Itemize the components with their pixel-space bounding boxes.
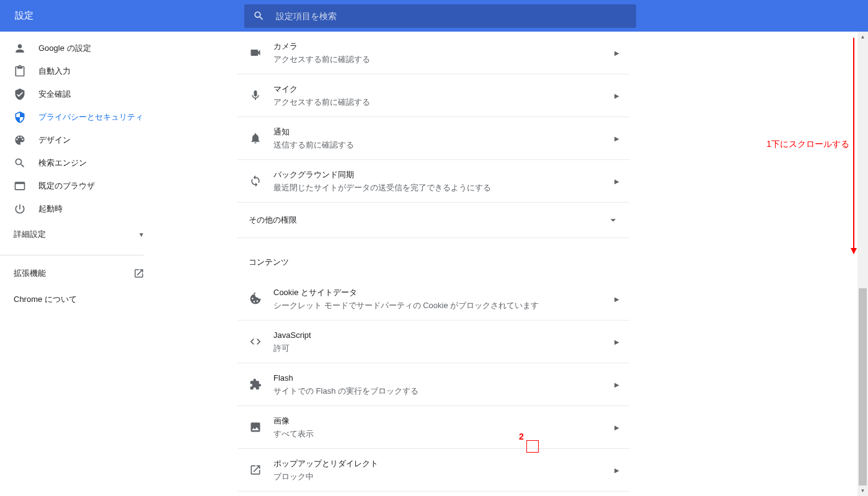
sidebar-item-label: 安全確認	[38, 89, 144, 100]
divider	[0, 255, 144, 255]
chevron-right-icon: ▶	[614, 296, 619, 303]
scrollbar-thumb[interactable]	[859, 288, 867, 496]
main-area: カメラ アクセスする前に確認する ▶ マイク アクセスする前に確認する ▶ 通知	[158, 32, 868, 496]
row-subtitle: アクセスする前に確認する	[273, 96, 614, 108]
row-title: Cookie とサイトデータ	[273, 286, 614, 299]
row-text: Cookie とサイトデータ シークレット モードでサードパーティの Cooki…	[273, 286, 614, 311]
person-icon	[14, 42, 26, 55]
scroll-down-arrow[interactable]: ▼	[857, 485, 868, 496]
row-subtitle: すべて表示	[273, 428, 614, 440]
chevron-down-icon	[607, 214, 619, 226]
sidebar-item-design[interactable]: デザイン	[0, 128, 158, 151]
row-text: 画像 すべて表示	[273, 415, 614, 440]
sidebar-item-autofill[interactable]: 自動入力	[0, 60, 158, 82]
popup-icon	[249, 464, 262, 476]
sidebar-item-label: 起動時	[38, 203, 144, 215]
sidebar-extensions[interactable]: 拡張機能	[0, 260, 158, 286]
chevron-down-icon: ▼	[138, 231, 144, 238]
setting-flash[interactable]: Flash サイトでの Flash の実行をブロックする ▶	[237, 363, 629, 406]
sidebar-item-default-browser[interactable]: 既定のブラウザ	[0, 174, 158, 197]
search-container[interactable]	[244, 4, 636, 28]
row-subtitle: 許可	[273, 342, 614, 355]
sidebar-item-label: デザイン	[38, 135, 144, 146]
sidebar-item-label: 自動入力	[38, 66, 144, 77]
setting-popups[interactable]: ポップアップとリダイレクト ブロック中 ▶	[237, 449, 629, 492]
privacy-shield-icon	[14, 111, 26, 123]
sidebar-item-label: プライバシーとセキュリティ	[38, 112, 144, 123]
about-label: Chrome について	[14, 294, 77, 305]
chevron-right-icon: ▶	[614, 339, 619, 345]
row-subtitle: 最近閉じたサイトがデータの送受信を完了できるようにする	[273, 182, 614, 194]
header: 設定	[0, 0, 868, 32]
row-text: マイク アクセスする前に確認する	[273, 83, 614, 108]
setting-cookies[interactable]: Cookie とサイトデータ シークレット モードでサードパーティの Cooki…	[237, 278, 629, 321]
setting-camera[interactable]: カメラ アクセスする前に確認する ▶	[237, 32, 629, 74]
permissions-more[interactable]: その他の権限	[237, 203, 629, 238]
chevron-right-icon: ▶	[614, 178, 619, 185]
cookie-icon	[249, 293, 262, 305]
browser-icon	[14, 180, 26, 192]
sidebar-about[interactable]: Chrome について	[0, 286, 158, 312]
annotation-scroll-text: 1下にスクロールする	[766, 139, 849, 150]
clipboard-icon	[14, 65, 26, 78]
expander-label: その他の権限	[249, 215, 607, 226]
row-text: バックグラウンド同期 最近閉じたサイトがデータの送受信を完了できるようにする	[273, 169, 614, 193]
setting-mic[interactable]: マイク アクセスする前に確認する ▶	[237, 74, 629, 117]
shield-check-icon	[14, 88, 26, 100]
image-icon	[249, 421, 262, 433]
chevron-right-icon: ▶	[614, 92, 619, 99]
open-in-new-icon	[133, 268, 144, 279]
annotation-arrow-1	[853, 38, 854, 254]
scroll-up-arrow[interactable]: ▲	[857, 32, 868, 42]
mic-icon	[249, 89, 262, 102]
sidebar-item-privacy[interactable]: プライバシーとセキュリティ	[0, 105, 158, 128]
search-input[interactable]	[276, 11, 627, 21]
code-icon	[249, 335, 262, 348]
row-subtitle: ブロック中	[273, 471, 614, 483]
scrollbar[interactable]: ▲ ▼	[857, 32, 868, 496]
row-title: JavaScript	[273, 329, 614, 342]
row-title: 通知	[273, 126, 614, 138]
camera-icon	[249, 46, 262, 59]
row-subtitle: シークレット モードでサードパーティの Cookie がブロックされています	[273, 299, 614, 312]
chevron-right-icon: ▶	[614, 50, 619, 56]
content-more[interactable]: その他のコンテンツの設定	[237, 492, 629, 496]
setting-background-sync[interactable]: バックグラウンド同期 最近閉じたサイトがデータの送受信を完了できるようにする ▶	[237, 160, 629, 203]
extensions-label: 拡張機能	[14, 268, 46, 279]
row-subtitle: アクセスする前に確認する	[273, 53, 614, 66]
annotation-box-2	[526, 440, 539, 453]
row-text: JavaScript 許可	[273, 329, 614, 354]
chevron-right-icon: ▶	[614, 424, 619, 431]
row-text: カメラ アクセスする前に確認する	[273, 40, 614, 65]
palette-icon	[14, 134, 26, 146]
setting-notifications[interactable]: 通知 送信する前に確認する ▶	[237, 117, 629, 160]
sidebar-item-google[interactable]: Google の設定	[0, 37, 158, 60]
row-subtitle: サイトでの Flash の実行をブロックする	[273, 385, 614, 397]
advanced-label: 詳細設定	[14, 229, 46, 240]
sidebar-item-label: 既定のブラウザ	[38, 180, 144, 192]
bell-icon	[249, 132, 262, 144]
row-text: 通知 送信する前に確認する	[273, 126, 614, 151]
content-section-header: コンテンツ	[237, 238, 629, 278]
row-title: カメラ	[273, 40, 614, 53]
sidebar: Google の設定 自動入力 安全確認 プライバシーとセキュリティ デザイン …	[0, 32, 158, 496]
row-title: バックグラウンド同期	[273, 169, 614, 181]
sidebar-advanced[interactable]: 詳細設定 ▼	[0, 220, 158, 249]
setting-javascript[interactable]: JavaScript 許可 ▶	[237, 321, 629, 363]
sync-icon	[249, 175, 262, 187]
sidebar-item-safety[interactable]: 安全確認	[0, 82, 158, 105]
search-icon	[253, 10, 265, 22]
row-title: 画像	[273, 415, 614, 427]
annotation-step2: 2	[519, 432, 524, 441]
sidebar-item-search-engine[interactable]: 検索エンジン	[0, 151, 158, 174]
row-title: ポップアップとリダイレクト	[273, 458, 614, 470]
sidebar-item-label: Google の設定	[38, 43, 144, 54]
search-icon	[14, 157, 26, 169]
setting-images[interactable]: 画像 すべて表示 ▶	[237, 406, 629, 449]
row-title: Flash	[273, 372, 614, 384]
row-text: Flash サイトでの Flash の実行をブロックする	[273, 372, 614, 397]
page-title: 設定	[15, 10, 33, 22]
chevron-right-icon: ▶	[614, 467, 619, 474]
sidebar-item-startup[interactable]: 起動時	[0, 197, 158, 220]
plugin-icon	[249, 378, 262, 391]
